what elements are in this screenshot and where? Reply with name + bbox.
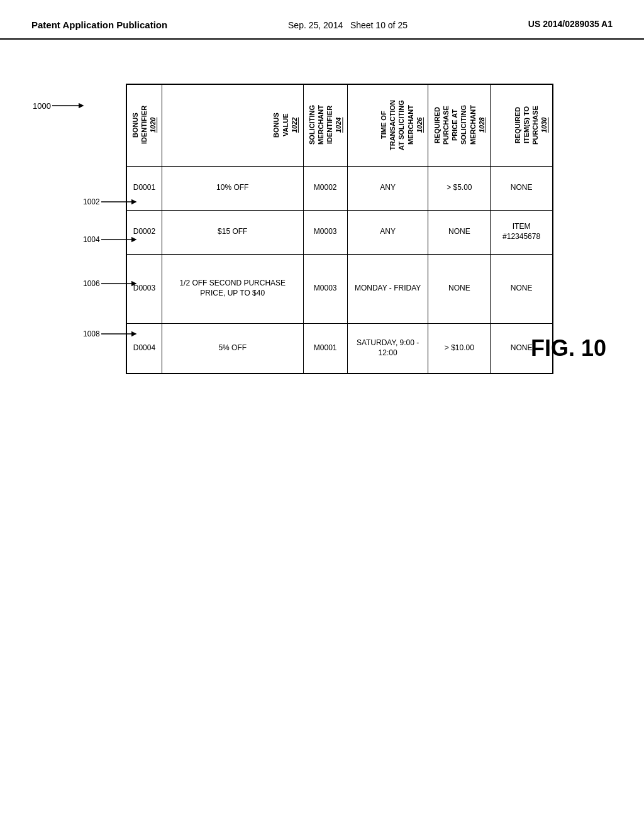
fig-label: FIG. 10 — [531, 335, 606, 362]
table-body: D000110% OFFM0002ANY> $5.00NONED0002$15 … — [126, 166, 553, 374]
data-table: BONUSIDENTIFIER 1020 BONUSVALUE 1022 SOL… — [126, 84, 553, 374]
table-wrapper: 1002 1004 — [126, 84, 613, 374]
arrow-1000-svg — [51, 99, 86, 112]
table-row: D0002$15 OFFM0003ANYNONEITEM #12345678 — [126, 210, 553, 254]
row-ref-1008: 1008 — [83, 328, 138, 340]
row-ref-1006: 1006 — [83, 277, 138, 290]
table-cell: NONE — [428, 210, 491, 254]
row-ref-1002: 1002 — [83, 196, 138, 208]
col-header-bonus-value: BONUSVALUE 1022 — [162, 84, 303, 166]
arrow-1006 — [100, 277, 138, 290]
table-cell: 10% OFF — [162, 166, 303, 210]
main-content: 1000 1002 — [0, 40, 644, 399]
label-1000: 1000 — [33, 99, 86, 112]
table-header-row: BONUSIDENTIFIER 1020 BONUSVALUE 1022 SOL… — [126, 84, 553, 166]
table-cell: D0002 — [126, 210, 162, 254]
col-header-required-items: REQUIREDITEM(S) TOPURCHASE 1030 — [491, 84, 553, 166]
table-row: D000110% OFFM0002ANY> $5.00NONE — [126, 166, 553, 210]
arrow-1002 — [100, 196, 138, 208]
table-cell: SATURDAY, 9:00 - 12:00 — [347, 323, 428, 374]
table-cell: NONE — [491, 166, 553, 210]
header-center: Sep. 25, 2014 Sheet 10 of 25 — [288, 19, 408, 32]
table-cell: $15 OFF — [162, 210, 303, 254]
page-header: Patent Application Publication Sep. 25, … — [0, 0, 644, 40]
table-cell: 5% OFF — [162, 323, 303, 374]
table-row: D00045% OFFM0001SATURDAY, 9:00 - 12:00> … — [126, 323, 553, 374]
arrow-1008 — [100, 328, 138, 340]
table-cell: 1/2 OFF SECOND PURCHASE PRICE, UP TO $40 — [162, 254, 303, 323]
sheet-info: Sheet 10 of 25 — [350, 20, 408, 30]
table-cell: M0003 — [303, 254, 347, 323]
table-cell: M0003 — [303, 210, 347, 254]
table-cell: MONDAY - FRIDAY — [347, 254, 428, 323]
table-row: D00031/2 OFF SECOND PURCHASE PRICE, UP T… — [126, 254, 553, 323]
col-header-bonus-id: BONUSIDENTIFIER 1020 — [126, 84, 162, 166]
table-cell: > $5.00 — [428, 166, 491, 210]
publication-date: Sep. 25, 2014 — [288, 20, 343, 30]
table-cell: M0001 — [303, 323, 347, 374]
table-cell: ANY — [347, 166, 428, 210]
patent-number: US 2014/0289035 A1 — [528, 19, 613, 29]
table-cell: ANY — [347, 210, 428, 254]
table-cell: ITEM #12345678 — [491, 210, 553, 254]
table-cell: NONE — [491, 254, 553, 323]
row-ref-1004: 1004 — [83, 233, 138, 246]
col-header-time: TIME OFTRANSACTIONAT SOLICITINGMERCHANT … — [347, 84, 428, 166]
arrow-1004 — [100, 233, 138, 246]
col-header-soliciting-merchant-id: SOLICITINGMERCHANTIDENTIFIER 1024 — [303, 84, 347, 166]
table-cell: NONE — [428, 254, 491, 323]
publication-title: Patent Application Publication — [31, 19, 167, 31]
table-cell: M0002 — [303, 166, 347, 210]
table-cell: > $10.00 — [428, 323, 491, 374]
col-header-required-price: REQUIREDPURCHASEPRICE ATSOLICITINGMERCHA… — [428, 84, 491, 166]
